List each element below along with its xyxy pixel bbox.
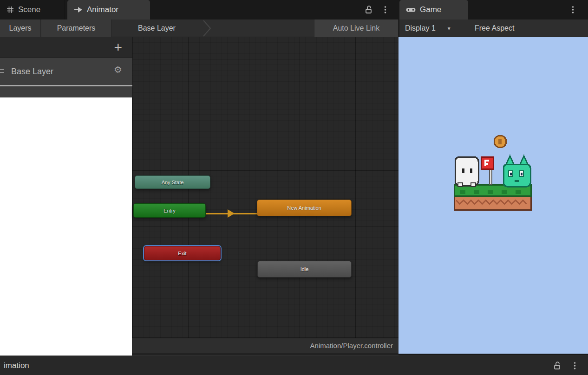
drag-handle-icon[interactable] xyxy=(0,69,4,75)
transition-arrowhead-icon[interactable] xyxy=(228,209,235,218)
tab-game[interactable]: Game xyxy=(399,0,468,19)
auto-live-link-label: Auto Live Link xyxy=(333,24,380,32)
clipped-animation-tab[interactable]: imation xyxy=(4,356,29,375)
layer-item-base-layer[interactable]: Base Layer ⚙ xyxy=(0,58,132,97)
state-node-exit-selected[interactable]: Exit xyxy=(144,246,221,260)
chevron-down-icon: ▼ xyxy=(447,26,451,31)
aspect-dropdown[interactable]: Free Aspect xyxy=(475,19,514,37)
gamepad-icon xyxy=(406,7,416,13)
layers-button[interactable]: Layers xyxy=(0,19,41,37)
controller-path-label: Animation/Player.controller xyxy=(310,342,393,349)
graph-canvas[interactable]: Any State Entry New Animation Exit Idle xyxy=(132,37,399,338)
tab-animator[interactable]: Animator xyxy=(67,0,150,19)
state-node-idle[interactable]: Idle xyxy=(257,261,352,278)
layer-underline xyxy=(0,85,132,86)
panel-menu-icon[interactable] xyxy=(570,362,579,370)
state-node-label: Idle xyxy=(301,266,309,272)
tab-game-label: Game xyxy=(420,5,441,14)
breadcrumb-label: Base Layer xyxy=(138,24,176,32)
layer-row[interactable]: Base Layer ⚙ xyxy=(0,58,132,85)
breadcrumb-chevron-icon xyxy=(203,20,211,37)
auto-live-link-button[interactable]: Auto Live Link xyxy=(314,19,399,37)
state-node-new-animation[interactable]: New Animation xyxy=(257,200,352,216)
display-dropdown[interactable]: Display 1 ▼ xyxy=(405,19,451,37)
layers-panel-header: + xyxy=(0,37,132,58)
green-creature-sprite xyxy=(503,156,530,187)
breadcrumb[interactable]: Base Layer xyxy=(132,19,176,37)
game-viewport[interactable] xyxy=(399,37,588,356)
toolbar: Layers Parameters Base Layer Auto Live L… xyxy=(0,19,588,37)
bottom-dock-bar: imation xyxy=(0,356,588,375)
animator-graph-panel: Any State Entry New Animation Exit Idle … xyxy=(132,37,399,356)
toolbar-divider xyxy=(399,19,399,37)
state-node-any-state[interactable]: Any State xyxy=(135,175,210,189)
layers-button-label: Layers xyxy=(9,24,31,32)
tab-animator-label: Animator xyxy=(87,5,118,14)
tab-scene-label: Scene xyxy=(18,5,40,14)
state-node-label: Exit xyxy=(178,251,186,256)
state-node-label: New Animation xyxy=(287,205,321,211)
goal-flag-sprite xyxy=(481,157,493,185)
state-node-entry[interactable]: Entry xyxy=(133,203,206,218)
panel-menu-icon[interactable] xyxy=(381,6,389,14)
parameters-button-label: Parameters xyxy=(57,24,96,32)
scene-grid-icon xyxy=(7,6,14,13)
unlock-icon[interactable] xyxy=(364,5,372,14)
display-dropdown-label: Display 1 xyxy=(405,24,436,32)
coin-sprite xyxy=(494,136,506,148)
parameters-button[interactable]: Parameters xyxy=(41,19,111,37)
state-node-label: Any State xyxy=(162,180,184,185)
tab-scene[interactable]: Scene xyxy=(0,0,65,19)
player-character-sprite xyxy=(455,157,478,187)
game-render xyxy=(399,37,588,354)
aspect-dropdown-label: Free Aspect xyxy=(475,24,514,32)
top-tab-bar: Scene Animator Game xyxy=(0,0,588,19)
controller-path-bar: Animation/Player.controller xyxy=(132,338,399,353)
gear-icon[interactable]: ⚙ xyxy=(114,65,122,74)
animator-icon xyxy=(74,6,83,13)
unity-editor-window: Scene Animator Game Layers Pa xyxy=(0,0,588,375)
grass-platform-sprite xyxy=(454,185,531,210)
layer-name-label: Base Layer xyxy=(11,67,53,77)
clipped-animation-tab-label: imation xyxy=(4,361,29,370)
layers-panel: + Base Layer ⚙ xyxy=(0,37,132,356)
game-panel-menu-icon[interactable] xyxy=(568,6,577,14)
unlock-icon[interactable] xyxy=(553,361,561,370)
state-node-label: Entry xyxy=(163,208,176,213)
add-layer-button[interactable]: + xyxy=(114,38,122,57)
